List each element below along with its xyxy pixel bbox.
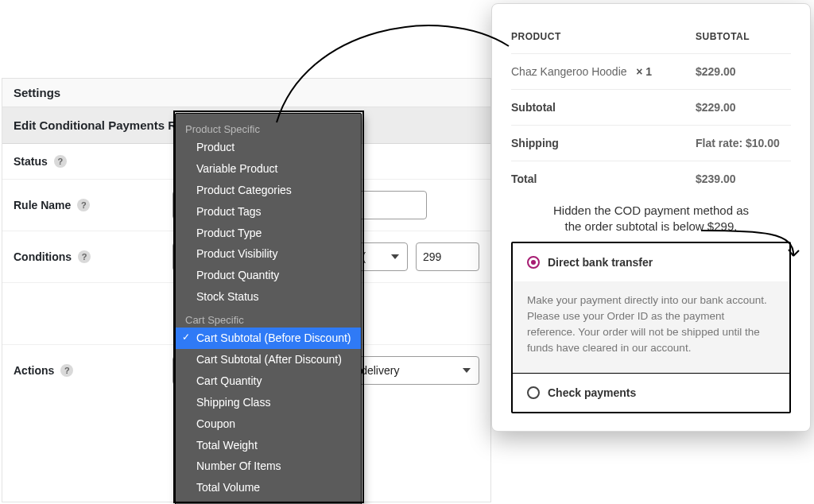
dropdown-group-header: Cart Specific	[176, 308, 361, 328]
payment-option-check-label: Check payments	[548, 386, 636, 399]
line-item-qty: × 1	[636, 65, 652, 78]
payment-option-bank-transfer[interactable]: Direct bank transfer	[513, 243, 789, 281]
dropdown-group-header: Shipping Specific	[176, 498, 361, 504]
payment-option-check[interactable]: Check payments	[513, 374, 789, 412]
order-summary-table: PRODUCT SUBTOTAL Chaz Kangeroo Hoodie × …	[511, 25, 791, 196]
dropdown-option[interactable]: Product	[176, 137, 361, 158]
actions-label: Actions	[14, 364, 54, 377]
dropdown-option[interactable]: Stock Status	[176, 286, 361, 308]
dropdown-option[interactable]: Total Volume	[176, 477, 361, 498]
dropdown-option[interactable]: Total Weight	[176, 435, 361, 456]
subtotal-value: $229.00	[696, 90, 791, 126]
dropdown-option[interactable]: Cart Subtotal (After Discount)	[176, 349, 361, 370]
dropdown-option[interactable]: Product Tags	[176, 201, 361, 223]
annotation: Hidden the COD payment method as the ord…	[517, 203, 785, 235]
help-icon[interactable]: ?	[54, 155, 67, 168]
dropdown-option[interactable]: Cart Subtotal (Before Discount)	[176, 328, 361, 349]
annotation-line-2: the order subtotal is below $299.	[517, 219, 785, 235]
subtotal-label: Subtotal	[511, 90, 696, 126]
payment-option-bank-description: Make your payment directly into our bank…	[513, 281, 789, 374]
condition-value-text: 299	[423, 250, 441, 263]
col-product: PRODUCT	[511, 25, 696, 54]
help-icon[interactable]: ?	[78, 250, 91, 263]
payment-option-bank-label: Direct bank transfer	[548, 256, 653, 269]
page-title: Settings	[2, 79, 490, 107]
dropdown-option[interactable]: Product Quantity	[176, 265, 361, 286]
shipping-value: Flat rate: $10.00	[696, 126, 791, 161]
dropdown-option[interactable]: Number Of Items	[176, 456, 361, 477]
help-icon[interactable]: ?	[77, 199, 90, 211]
dropdown-option[interactable]: Shipping Class	[176, 392, 361, 413]
help-icon[interactable]: ?	[60, 364, 73, 377]
dropdown-option[interactable]: Product Type	[176, 223, 361, 244]
total-value: $239.00	[696, 161, 791, 197]
col-subtotal: SUBTOTAL	[696, 25, 791, 54]
dropdown-group-header: Product Specific	[176, 117, 361, 137]
dropdown-option[interactable]: Variable Product	[176, 158, 361, 180]
condition-attribute-dropdown[interactable]: Product SpecificProductVariable ProductP…	[175, 113, 362, 504]
checkout-summary-panel: PRODUCT SUBTOTAL Chaz Kangeroo Hoodie × …	[491, 3, 811, 432]
dropdown-option[interactable]: Coupon	[176, 413, 361, 435]
annotation-line-1: Hidden the COD payment method as	[517, 203, 785, 219]
radio-off-icon	[527, 386, 540, 399]
rule-name-label: Rule Name	[14, 199, 71, 211]
shipping-label: Shipping	[511, 126, 696, 161]
line-item-row: Chaz Kangeroo Hoodie × 1 $229.00	[511, 54, 791, 90]
conditions-label: Conditions	[14, 250, 72, 263]
line-item-price: $229.00	[696, 54, 791, 90]
line-item-name: Chaz Kangeroo Hoodie	[511, 65, 627, 78]
status-label: Status	[14, 155, 48, 168]
payment-methods-box: Direct bank transfer Make your payment d…	[511, 242, 791, 413]
dropdown-option[interactable]: Product Categories	[176, 180, 361, 201]
dropdown-option[interactable]: Cart Quantity	[176, 370, 361, 392]
total-label: Total	[511, 161, 696, 197]
dropdown-option[interactable]: Product Visibility	[176, 243, 361, 265]
radio-on-icon	[527, 256, 540, 269]
condition-value-input[interactable]: 299	[416, 242, 479, 271]
